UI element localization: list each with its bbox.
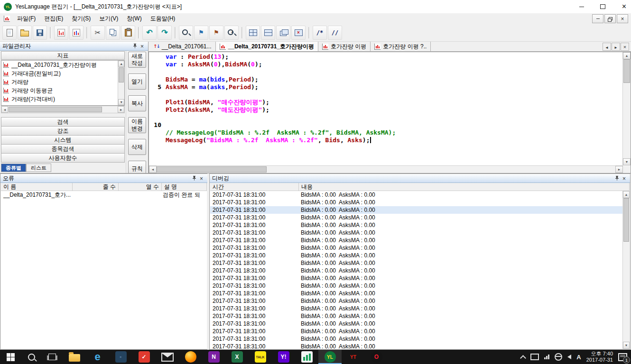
- column-header[interactable]: 시간: [210, 183, 299, 191]
- copy-button[interactable]: [106, 26, 120, 40]
- youtube-app-taskbar-button[interactable]: YT: [342, 350, 365, 364]
- debug-row[interactable]: 2017-07-31 18:31:00BidsMA : 0.00 AsksMA …: [210, 252, 623, 259]
- file-action-button[interactable]: 복사: [128, 95, 146, 111]
- debug-row[interactable]: 2017-07-31 18:31:00BidsMA : 0.00 AsksMA …: [210, 237, 623, 244]
- column-header[interactable]: 이 름: [1, 183, 73, 191]
- debug-row[interactable]: 2017-07-31 18:31:00BidsMA : 0.00 AsksMA …: [210, 206, 623, 214]
- save-button[interactable]: [33, 26, 47, 40]
- tab-scroll-left-button[interactable]: [603, 43, 611, 51]
- file-action-button[interactable]: 삭제: [128, 139, 146, 155]
- file-action-button[interactable]: 새로 작성: [128, 52, 146, 68]
- scrollbar-thumb[interactable]: [623, 198, 629, 242]
- debug-row[interactable]: 2017-07-31 18:31:00BidsMA : 0.00 AsksMA …: [210, 267, 623, 274]
- chart-wizard-button[interactable]: [69, 26, 84, 40]
- scrollbar-thumb[interactable]: [9, 107, 102, 112]
- globe-icon[interactable]: [555, 353, 562, 361]
- scroll-down-icon[interactable]: [118, 99, 124, 105]
- debug-row[interactable]: 2017-07-31 18:31:00BidsMA : 0.00 AsksMA …: [210, 312, 623, 320]
- panel-close-button[interactable]: [139, 43, 146, 49]
- section-button[interactable]: 검색: [1, 117, 125, 127]
- scroll-up-icon[interactable]: [623, 52, 631, 59]
- editor-tab[interactable]: 호가잔량 이평: [318, 42, 371, 51]
- cut-button[interactable]: ✂: [91, 26, 105, 40]
- pin-button[interactable]: [191, 175, 198, 182]
- window-close-button[interactable]: ×: [291, 26, 306, 40]
- tree-item[interactable]: 거래대금(전일비교): [1, 69, 124, 78]
- taskbar-search-button[interactable]: [21, 350, 42, 364]
- scroll-up-icon[interactable]: [623, 191, 630, 198]
- debug-row[interactable]: 2017-07-31 18:31:00BidsMA : 0.00 AsksMA …: [210, 305, 623, 312]
- debug-row[interactable]: 2017-07-31 18:31:00BidsMA : 0.00 AsksMA …: [210, 282, 623, 290]
- scroll-right-icon[interactable]: [118, 106, 124, 113]
- section-button[interactable]: 종목검색: [1, 145, 125, 154]
- section-button[interactable]: 사용자함수: [1, 154, 125, 163]
- window-grid-button[interactable]: [246, 26, 260, 40]
- scroll-down-icon[interactable]: [623, 342, 630, 349]
- tree-hscrollbar[interactable]: [1, 106, 125, 113]
- code-area[interactable]: var : Period(13);var : AsksMA(0),BidsMA(…: [150, 53, 622, 165]
- minimize-button[interactable]: [571, 0, 592, 13]
- task-view-button[interactable]: [42, 350, 63, 364]
- mdi-restore-button[interactable]: [604, 14, 616, 23]
- tree-item[interactable]: 거래량: [1, 78, 124, 86]
- new-file-button[interactable]: [2, 26, 17, 40]
- network-signal-icon[interactable]: [544, 355, 549, 359]
- onenote-taskbar-button[interactable]: N: [202, 350, 225, 364]
- file-action-button[interactable]: 규칙: [128, 161, 146, 173]
- close-button[interactable]: [613, 0, 631, 13]
- editor-vscrollbar[interactable]: [622, 52, 631, 165]
- panel-close-button[interactable]: [621, 175, 628, 182]
- line-comment-button[interactable]: //: [328, 26, 342, 40]
- debug-row[interactable]: 2017-07-31 18:31:00BidsMA : 0.00 AsksMA …: [210, 320, 623, 328]
- debug-row[interactable]: 2017-07-31 18:31:00BidsMA : 0.00 AsksMA …: [210, 290, 623, 297]
- pin-button[interactable]: [613, 175, 621, 182]
- clock[interactable]: 오후 7:40 2017-07-31: [586, 351, 613, 363]
- tree-item[interactable]: __Delta_20170731_호가잔량이평: [1, 61, 124, 69]
- new-indicator-button[interactable]: [54, 26, 68, 40]
- error-row[interactable]: __Delta_20170731_호가...검증이 완료 되: [1, 191, 207, 199]
- file-manager-tab[interactable]: 리스트: [26, 164, 51, 172]
- volume-icon[interactable]: [567, 355, 571, 359]
- mdi-minimize-button[interactable]: [592, 14, 603, 23]
- redo-button[interactable]: ↷: [158, 26, 172, 40]
- file-manager-tab[interactable]: 종류별: [1, 164, 26, 172]
- scroll-right-icon[interactable]: [615, 166, 623, 173]
- column-header[interactable]: 설 명: [162, 183, 207, 191]
- menu-item[interactable]: 창(W): [122, 15, 146, 22]
- tab-scroll-right-button[interactable]: [612, 43, 620, 51]
- tab-close-button[interactable]: [621, 43, 629, 51]
- menu-item[interactable]: 찾기(S): [67, 15, 95, 22]
- opera-taskbar-button[interactable]: O: [365, 350, 388, 364]
- debug-row[interactable]: 2017-07-31 18:31:00BidsMA : 0.00 AsksMA …: [210, 259, 623, 267]
- mdi-close-button[interactable]: [617, 14, 628, 23]
- paste-button[interactable]: [121, 26, 135, 40]
- panel-close-button[interactable]: [198, 175, 205, 182]
- stock-chart-app-taskbar-button[interactable]: [295, 350, 318, 364]
- editor-tab[interactable]: ↑↓__Delta_2017061...: [149, 42, 216, 51]
- file-action-button[interactable]: 이름 변경: [128, 117, 146, 133]
- open-file-button[interactable]: [18, 26, 32, 40]
- debug-row[interactable]: 2017-07-31 18:31:00BidsMA : 0.00 AsksMA …: [210, 191, 623, 199]
- debug-row[interactable]: 2017-07-31 18:31:00BidsMA : 0.00 AsksMA …: [210, 335, 623, 343]
- debug-row[interactable]: 2017-07-31 18:31:00BidsMA : 0.00 AsksMA …: [210, 343, 623, 349]
- debug-vscrollbar[interactable]: [622, 191, 630, 349]
- scrollbar-thumb[interactable]: [623, 59, 630, 83]
- debug-row[interactable]: 2017-07-31 18:31:00BidsMA : 0.00 AsksMA …: [210, 214, 623, 221]
- hidden-icons-chevron[interactable]: [520, 355, 526, 361]
- window-tile-button[interactable]: [261, 26, 275, 40]
- scroll-left-icon[interactable]: [1, 106, 8, 113]
- column-header[interactable]: 내용: [299, 183, 630, 191]
- section-button[interactable]: 시스템: [1, 136, 125, 145]
- editor-tab[interactable]: __Delta_20170731_호가잔량이평: [216, 42, 318, 51]
- yahoo-taskbar-button[interactable]: Y!: [272, 350, 295, 364]
- undo-button[interactable]: ↶: [142, 26, 157, 40]
- window-cascade-button[interactable]: [276, 26, 290, 40]
- ime-indicator[interactable]: A: [576, 354, 581, 361]
- display-icon[interactable]: [530, 354, 539, 360]
- bookmark-prev-button[interactable]: ⚑: [194, 26, 208, 40]
- scroll-down-icon[interactable]: [623, 158, 631, 165]
- tree-item[interactable]: 거래량(가격대비): [1, 95, 124, 103]
- scroll-left-icon[interactable]: [149, 166, 157, 173]
- find-button[interactable]: [179, 26, 193, 40]
- file-action-button[interactable]: 열기: [128, 73, 146, 90]
